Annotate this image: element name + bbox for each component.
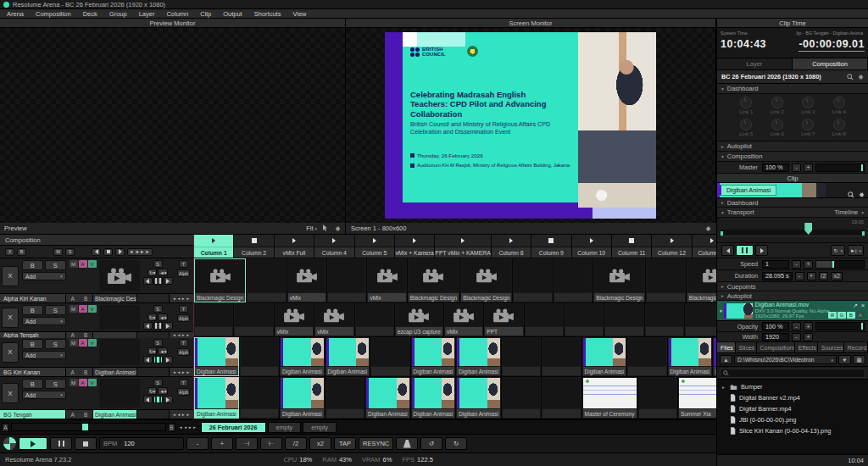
layer-master-chip[interactable]: M xyxy=(70,260,78,268)
clip-cell[interactable] xyxy=(370,337,410,376)
gear-icon[interactable] xyxy=(858,186,865,202)
clip-cell[interactable]: Digiban Animasi xyxy=(280,337,326,376)
metronome-button[interactable] xyxy=(396,437,418,450)
clip-cell[interactable]: vMix xyxy=(314,303,354,336)
column-header[interactable]: vMix Full xyxy=(275,235,314,258)
opacity-value[interactable]: 100 % xyxy=(762,322,789,330)
channel-b-chip[interactable]: B xyxy=(847,312,855,319)
layer-skip-buttons[interactable]: ◄◄►► xyxy=(169,368,193,376)
layer-skip-buttons[interactable]: ◄◄►► xyxy=(169,410,193,419)
width-increase-button[interactable]: + xyxy=(804,333,813,341)
clip-cell[interactable]: Digiban Animasi xyxy=(280,377,326,419)
clip-cell[interactable]: Master of Ceremony xyxy=(582,377,638,419)
link-knob[interactable] xyxy=(771,119,783,130)
layer-pause-button[interactable] xyxy=(153,396,163,403)
folder-up-button[interactable]: ▲ xyxy=(720,355,732,364)
layer-bypass-button[interactable]: X xyxy=(2,266,19,286)
clip-cell[interactable] xyxy=(240,337,280,376)
play-button[interactable] xyxy=(19,437,47,450)
list-item[interactable]: Slice Kiri Kanan (0-00-04-13).png xyxy=(717,425,868,436)
layer-video-chip[interactable]: V xyxy=(88,339,97,347)
opacity-decrease-button[interactable]: - xyxy=(792,322,801,330)
clip-cell[interactable] xyxy=(326,377,365,419)
crossfader[interactable] xyxy=(11,423,166,431)
layer-alpha-button[interactable]: Alph xyxy=(177,388,190,396)
column-header[interactable]: Column 8 xyxy=(492,235,531,258)
crossfader-handle[interactable] xyxy=(82,424,88,430)
layer-audio-chip[interactable]: A xyxy=(79,379,87,386)
layer-direction-dropdown[interactable]: ◄▾ xyxy=(158,387,168,395)
link-knob[interactable] xyxy=(740,97,752,108)
clip-cell[interactable]: Digiban Animasi xyxy=(411,337,457,376)
tab-composition[interactable]: Composition xyxy=(793,58,868,69)
clip-cell[interactable] xyxy=(355,303,395,336)
layer-video-chip[interactable]: V xyxy=(88,379,97,386)
browser-tab-files[interactable]: Files xyxy=(717,342,736,352)
layer-master-chip[interactable]: M xyxy=(70,379,78,386)
layer-name[interactable]: BG Kiri Kanan xyxy=(0,368,66,376)
layer-next-button[interactable] xyxy=(164,322,173,330)
composition-back-button[interactable] xyxy=(92,248,101,256)
speed-increase-button[interactable]: + xyxy=(804,260,813,269)
layer-solo-button[interactable]: S xyxy=(45,260,66,270)
path-dropdown[interactable]: D:\Whisnu\2026\BC\Videotron ▾ xyxy=(734,355,837,364)
undo-button[interactable]: ↺ xyxy=(420,437,442,450)
deck-tab[interactable]: 26 Februari 2026 xyxy=(201,422,266,433)
clip-cell[interactable] xyxy=(685,303,716,336)
composition-b-button[interactable]: B xyxy=(17,248,26,256)
composition-stop-button[interactable] xyxy=(103,248,113,256)
clip-cell[interactable] xyxy=(513,258,553,302)
channel-g-chip[interactable]: G xyxy=(837,312,846,319)
deck-tab[interactable]: empty xyxy=(268,422,302,433)
pause-button[interactable] xyxy=(50,437,72,450)
layer-transition-button[interactable]: T xyxy=(179,339,188,347)
opacity-slider[interactable] xyxy=(815,322,865,330)
layer-direction-dropdown[interactable]: ◄▾ xyxy=(158,347,168,355)
clip-cell[interactable] xyxy=(627,337,667,376)
layer-prev-button[interactable] xyxy=(143,322,153,330)
loop-mode-dropdown[interactable]: ↻▾ xyxy=(831,245,845,256)
layer-pause-button[interactable] xyxy=(153,322,163,330)
section-cuepoints[interactable]: ▸ Cuepoints xyxy=(717,282,868,291)
speed-value[interactable]: 1 xyxy=(762,260,789,269)
section-dashboard[interactable]: ▾ Dashboard xyxy=(717,84,868,94)
layer-solo-button[interactable]: S xyxy=(45,305,66,315)
link-knob[interactable] xyxy=(802,97,814,108)
browser-tab-sources[interactable]: Sources xyxy=(818,342,844,352)
menu-column[interactable]: Column xyxy=(166,10,188,18)
transport-mode-dropdown[interactable]: Timeline xyxy=(834,208,858,216)
layer-alpha-button[interactable]: Alph xyxy=(177,269,190,277)
layer-audio-chip[interactable]: A xyxy=(79,260,87,268)
duration-double-button[interactable]: x2 xyxy=(831,272,842,280)
layer-blend-dropdown[interactable]: Add▾ xyxy=(22,391,66,399)
duration-increase-button[interactable]: + xyxy=(807,272,816,280)
section-autopilot[interactable]: ▸ Autopilot xyxy=(717,141,868,152)
column-header[interactable]: Column 10 xyxy=(572,235,612,258)
composition-master-button[interactable]: M xyxy=(53,248,63,256)
link-knob[interactable] xyxy=(771,97,783,108)
close-icon[interactable]: × xyxy=(861,302,865,309)
layer-blend-dropdown[interactable]: Add▾ xyxy=(22,272,66,280)
bpm-double-button[interactable]: x2 xyxy=(309,437,331,450)
deck-tab[interactable]: empty xyxy=(303,422,337,433)
clip-timeline[interactable]: 19.00 xyxy=(717,218,868,243)
menu-layer[interactable]: Layer xyxy=(139,10,155,18)
tab-layer[interactable]: Layer xyxy=(717,58,793,69)
clip-cell[interactable]: Blackmagic Design xyxy=(460,258,513,302)
column-header[interactable]: Column 12 xyxy=(652,235,692,258)
clip-cell[interactable] xyxy=(645,303,685,336)
composition-bypass-button[interactable]: X xyxy=(5,248,14,256)
deck-skip-buttons[interactable]: ◄◄►► xyxy=(177,425,199,430)
section-clip-autopilot[interactable]: ▸ Autopilot xyxy=(717,291,868,301)
layer-video-chip[interactable]: V xyxy=(88,260,97,268)
crossfader-b-label[interactable]: B xyxy=(168,423,175,432)
bpm-decrease-button[interactable]: - xyxy=(186,437,209,450)
layer-b-button[interactable]: B xyxy=(22,379,43,389)
clip-cell[interactable] xyxy=(604,303,644,336)
section-clip-dashboard[interactable]: ▸ Dashboard xyxy=(717,198,868,208)
menu-clip[interactable]: Clip xyxy=(200,10,211,18)
link-knob[interactable] xyxy=(833,119,845,130)
list-item[interactable]: ▸Bumper xyxy=(717,381,868,392)
layer-alpha-button[interactable]: Alph xyxy=(177,314,190,322)
clip-cell[interactable]: Blackmagic Design xyxy=(687,258,716,302)
